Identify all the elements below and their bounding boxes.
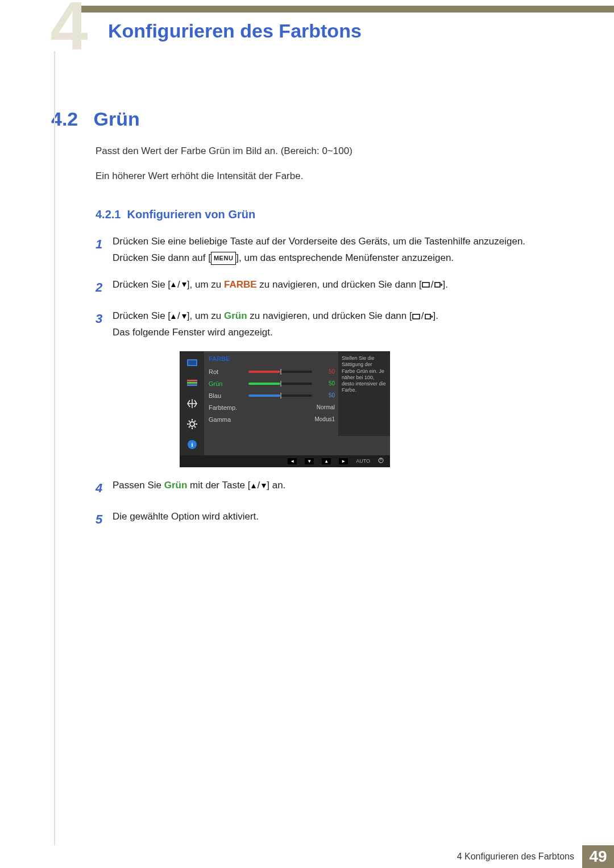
step-4: 4 Passen Sie Grün mit der Taste [/] an.: [96, 477, 563, 499]
osd-row-red-label: Rot: [209, 368, 245, 375]
svg-marker-27: [262, 484, 266, 488]
osd-help-text: Stellen Sie die Sättigung der Farbe Grün…: [338, 352, 389, 436]
step-4-text-a: Passen Sie: [113, 480, 164, 491]
osd-row-gamma-label: Gamma: [209, 416, 245, 423]
osd-sidebar: i: [180, 352, 204, 455]
step-3-number: 3: [96, 308, 113, 341]
svg-line-21: [189, 426, 190, 427]
intro-paragraph-1: Passt den Wert der Farbe Grün im Bild an…: [96, 144, 563, 159]
up-down-icon: /: [251, 477, 267, 494]
chapter-title: Konfigurieren des Farbtons: [108, 20, 362, 42]
margin-rule: [54, 51, 55, 845]
step-4-text-b: mit der Taste [: [187, 480, 250, 491]
svg-marker-1: [182, 283, 186, 287]
osd-row-red: Rot 50: [209, 366, 335, 377]
svg-marker-4: [171, 314, 176, 319]
subsection-title: Konfigurieren von Grün: [127, 208, 256, 221]
svg-rect-10: [187, 380, 197, 381]
step-3: 3 Drücken Sie [/], um zu Grün zu navigie…: [96, 308, 563, 341]
step-2-text-a: Drücken Sie [: [113, 279, 171, 290]
svg-rect-3: [435, 283, 440, 287]
step-1-number: 1: [96, 234, 113, 267]
subsection-number: 4.2.1: [96, 208, 121, 221]
svg-marker-26: [251, 484, 256, 488]
page-footer: 4 Konfigurieren des Farbtons 49: [0, 845, 614, 868]
nav-down-icon: ▼: [305, 458, 314, 464]
svg-line-20: [194, 421, 196, 422]
step-4-text-c: ] an.: [267, 480, 285, 491]
step-5-number: 5: [96, 509, 113, 530]
osd-nav-bar: ◄ ▼ ▲ ► AUTO: [180, 455, 389, 467]
picture-tab-icon: [186, 356, 198, 369]
up-down-icon: /: [171, 277, 187, 293]
intro-paragraph-2: Ein höherer Wert erhöht die Intensität d…: [96, 169, 563, 184]
osd-row-blue-label: Blau: [209, 392, 245, 399]
section-title: Grün: [93, 108, 139, 130]
svg-rect-6: [413, 314, 420, 319]
step-2-text-b: zu navigieren, und drücken Sie dann [: [257, 279, 422, 290]
osd-row-colortemp: Farbtemp. Normal: [209, 401, 335, 413]
footer-chapter-label: 4 Konfigurieren des Farbtons: [457, 852, 574, 862]
subsection-heading: 4.2.1 Konfigurieren von Grün: [96, 208, 563, 221]
step-1-text-b: ], um das entsprechende Menüfenster anzu…: [236, 252, 454, 263]
osd-row-red-value: 50: [316, 368, 335, 375]
osd-row-blue-value: 50: [316, 392, 335, 398]
info-tab-icon: i: [186, 438, 198, 451]
setup-tab-icon: [186, 418, 198, 430]
step-2-target: FARBE: [224, 279, 257, 290]
step-3-text-a: Drücken Sie [: [113, 310, 171, 321]
step-4-number: 4: [96, 477, 113, 499]
step-4-target: Grün: [164, 480, 188, 491]
svg-marker-5: [182, 314, 186, 319]
step-3-text-b: zu navigieren, und drücken Sie dann [: [247, 310, 412, 321]
step-2-number: 2: [96, 277, 113, 298]
osd-row-green: Grün 50: [209, 377, 335, 389]
power-icon: [378, 458, 384, 464]
step-3-after: Das folgende Fenster wird angezeigt.: [113, 327, 273, 338]
step-2-text-mid: ], um zu: [187, 279, 224, 290]
osd-row-colortemp-label: Farbtemp.: [209, 404, 245, 411]
color-tab-icon: [186, 377, 198, 389]
chapter-number-bg: 4: [50, 0, 85, 60]
svg-point-13: [190, 422, 194, 426]
osd-row-blue: Blau 50: [209, 389, 335, 401]
enter-source-icon: /: [422, 277, 443, 293]
osd-row-green-value: 50: [316, 380, 335, 387]
size-tab-icon: [186, 397, 198, 410]
section-heading: 4.2 Grün: [51, 108, 563, 130]
section-number: 4.2: [51, 108, 91, 130]
page-number: 49: [582, 845, 614, 868]
step-2: 2 Drücken Sie [/], um zu FARBE zu navigi…: [96, 277, 563, 298]
step-1: 1 Drücken Sie eine beliebige Taste auf d…: [96, 234, 563, 267]
step-2-text-c: ].: [442, 279, 447, 290]
chapter-header: 4 Konfigurieren des Farbtons: [0, 0, 614, 51]
menu-button-label: MENU: [211, 252, 236, 265]
step-5: 5 Die gewählte Option wird aktiviert.: [96, 509, 563, 530]
step-3-target: Grün: [224, 310, 247, 321]
svg-marker-0: [171, 283, 176, 287]
osd-menu: i FARBE Rot 50 Grün: [180, 351, 390, 467]
step-3-text-c: ].: [433, 310, 438, 321]
osd-title: FARBE: [209, 355, 335, 362]
step-3-text-mid: ], um zu: [187, 310, 224, 321]
svg-rect-11: [187, 382, 197, 384]
nav-right-icon: ►: [339, 458, 348, 464]
svg-rect-12: [187, 384, 197, 386]
up-down-icon: /: [171, 308, 187, 325]
enter-source-icon: /: [412, 308, 433, 325]
nav-left-icon: ◄: [288, 458, 297, 464]
svg-rect-7: [425, 314, 430, 319]
svg-line-18: [189, 421, 190, 422]
svg-text:i: i: [191, 441, 193, 448]
nav-up-icon: ▲: [322, 458, 331, 464]
osd-row-green-label: Grün: [209, 380, 245, 387]
svg-rect-2: [422, 283, 429, 287]
nav-auto-label: AUTO: [356, 458, 370, 464]
svg-rect-9: [188, 360, 196, 365]
osd-row-colortemp-value: Normal: [304, 404, 335, 410]
svg-line-19: [194, 426, 196, 427]
osd-row-gamma-value: Modus1: [304, 416, 335, 422]
osd-row-gamma: Gamma Modus1: [209, 413, 335, 425]
step-5-text: Die gewählte Option wird aktiviert.: [113, 509, 563, 530]
